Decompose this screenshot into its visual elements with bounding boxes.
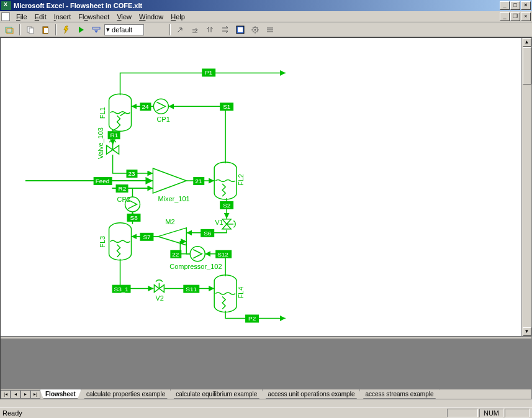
svg-marker-32: [222, 224, 231, 229]
app-icon: [1, 1, 11, 10]
tab-flowsheet[interactable]: Flowsheet: [40, 389, 81, 399]
svg-text:22: 22: [172, 251, 179, 258]
minimize-button[interactable]: _: [500, 1, 510, 10]
unit-fl3[interactable]: FL3: [99, 223, 132, 260]
tool-dropdown-icon[interactable]: [89, 24, 103, 36]
tool-arrow2-icon[interactable]: [189, 24, 202, 36]
menu-insert[interactable]: Insert: [50, 12, 75, 21]
svg-text:S8: S8: [130, 214, 138, 221]
scroll-up-icon[interactable]: ▲: [523, 38, 531, 47]
tool-layout-icon[interactable]: [233, 24, 247, 36]
stream-s12[interactable]: S12: [215, 250, 232, 258]
svg-text:21: 21: [195, 178, 202, 184]
tab-first-icon[interactable]: |◂: [1, 390, 11, 399]
menu-window[interactable]: Window: [135, 12, 167, 21]
svg-marker-7: [79, 27, 84, 33]
stream-p1[interactable]: P1: [202, 68, 215, 76]
mdi-close-button[interactable]: ×: [521, 12, 531, 21]
tab-access-streams[interactable]: access streams example: [359, 389, 439, 399]
unit-compressor-102[interactable]: Compressor_102: [169, 247, 222, 270]
menu-view[interactable]: View: [113, 12, 135, 21]
unit-v2[interactable]: V2: [154, 280, 164, 302]
stream-s8[interactable]: S8: [127, 214, 141, 222]
close-button[interactable]: ×: [521, 1, 531, 10]
unit-cp1[interactable]: CP1: [153, 99, 169, 123]
svg-rect-11: [238, 27, 243, 32]
tool-arrow4-icon[interactable]: [219, 24, 232, 36]
tool-play-icon[interactable]: [74, 24, 88, 36]
unit-fl1[interactable]: FL1: [99, 94, 132, 131]
stream-s3-1[interactable]: S3_1: [112, 285, 131, 293]
flowsheet-canvas[interactable]: FL1 CP1 FL2 Mixer_10: [1, 38, 521, 336]
menu-flowsheet[interactable]: Flowsheet: [74, 12, 113, 21]
unit-mixer-101[interactable]: Mixer_101: [153, 168, 189, 202]
stream-r2[interactable]: R2: [116, 184, 128, 193]
svg-text:Valve_103: Valve_103: [97, 127, 104, 159]
mdi-minimize-button[interactable]: _: [500, 12, 510, 21]
flowsheet-diagram: FL1 CP1 FL2 Mixer_10: [1, 38, 521, 336]
stream-24[interactable]: 24: [140, 102, 151, 111]
menu-edit[interactable]: Edit: [31, 12, 50, 21]
svg-marker-22: [107, 145, 113, 154]
tool-arrow3-icon[interactable]: [204, 24, 217, 36]
tab-calc-properties[interactable]: calculate properties example: [81, 389, 171, 399]
tool-copy-icon[interactable]: [24, 24, 37, 36]
stream-s1[interactable]: S1: [220, 102, 233, 111]
stream-23[interactable]: 23: [127, 170, 138, 178]
svg-text:FL4: FL4: [237, 287, 245, 299]
svg-text:CP1: CP1: [156, 116, 169, 123]
svg-text:Mixer_101: Mixer_101: [158, 195, 189, 202]
svg-rect-3: [29, 28, 34, 34]
title-bar: Microsoft Excel - Flowsheet in COFE.xlt …: [0, 0, 532, 11]
tool-gear-icon[interactable]: [248, 24, 262, 36]
svg-rect-8: [92, 27, 100, 29]
tool-lines-icon[interactable]: [263, 24, 277, 36]
status-bar: Ready NUM: [0, 407, 532, 418]
stream-r1[interactable]: R1: [108, 131, 120, 139]
stream-s6[interactable]: S6: [201, 229, 214, 237]
stream-feed[interactable]: Feed: [94, 177, 112, 185]
svg-text:R1: R1: [110, 132, 119, 139]
window-controls: _ □ ×: [500, 1, 531, 10]
stream-s11[interactable]: S11: [183, 285, 199, 293]
default-combo[interactable]: ▾ default: [104, 24, 144, 35]
tab-prev-icon[interactable]: ◂: [11, 390, 20, 399]
svg-text:FL3: FL3: [99, 236, 106, 248]
document-icon[interactable]: [1, 12, 10, 21]
tab-calc-equilibrium[interactable]: calculate equilibrium example: [170, 389, 263, 399]
menu-help[interactable]: Help: [167, 12, 189, 21]
mdi-restore-button[interactable]: ❐: [510, 12, 520, 21]
svg-marker-20: [153, 168, 186, 193]
unit-fl4[interactable]: FL4: [214, 275, 245, 312]
unit-fl2[interactable]: FL2: [214, 162, 245, 199]
tab-access-unit-ops[interactable]: access unit operations example: [262, 389, 360, 399]
scroll-down-icon[interactable]: ▼: [523, 327, 531, 336]
stream-s7[interactable]: S7: [140, 233, 153, 241]
tool-lightning-icon[interactable]: [60, 24, 73, 36]
tab-next-icon[interactable]: ▸: [20, 390, 30, 399]
stream-s2[interactable]: S2: [220, 201, 233, 209]
vertical-scrollbar[interactable]: ▲ ▼: [521, 38, 531, 336]
stream-22[interactable]: 22: [170, 250, 181, 258]
scroll-thumb[interactable]: [523, 47, 531, 84]
svg-text:FL2: FL2: [237, 174, 245, 186]
tab-last-icon[interactable]: ▸|: [30, 390, 40, 399]
unit-v1[interactable]: V1: [215, 219, 235, 229]
svg-text:S6: S6: [204, 230, 212, 237]
svg-text:S12: S12: [217, 251, 228, 258]
tool-arrow1-icon[interactable]: [174, 24, 187, 36]
svg-text:S2: S2: [223, 202, 231, 209]
stream-p2[interactable]: P2: [245, 315, 259, 323]
svg-text:R2: R2: [119, 185, 127, 192]
toolbar: ▾ default: [0, 22, 532, 37]
maximize-button[interactable]: □: [510, 1, 520, 10]
tool-select-icon[interactable]: [2, 24, 16, 36]
status-empty-1: [447, 409, 478, 417]
stream-21[interactable]: 21: [193, 177, 204, 185]
svg-text:S1: S1: [223, 103, 231, 110]
svg-line-15: [120, 112, 125, 116]
svg-point-13: [255, 29, 256, 30]
unit-cp2[interactable]: CP2: [117, 196, 140, 212]
tool-paste-icon[interactable]: [38, 24, 52, 36]
menu-file[interactable]: File: [12, 12, 31, 21]
